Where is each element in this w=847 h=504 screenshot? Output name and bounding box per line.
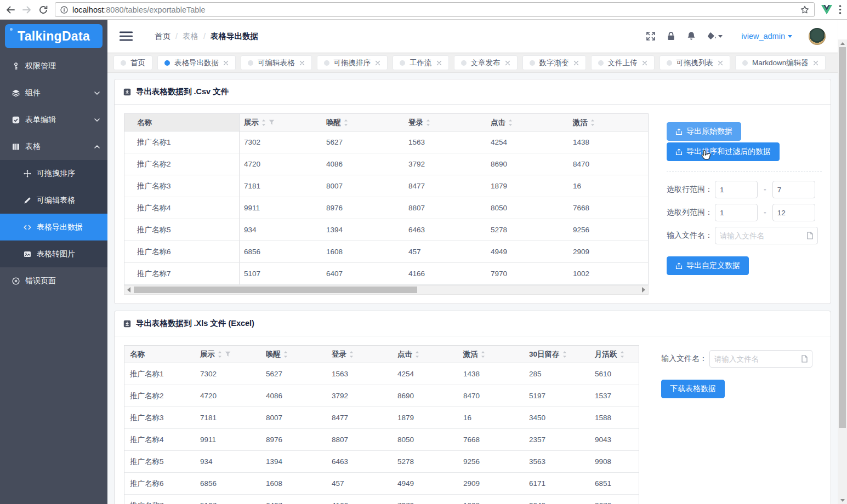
hamburger-menu-icon[interactable] [120,31,133,41]
scroll-left-icon[interactable] [124,285,133,294]
sidebar-item-权限管理[interactable]: 权限管理 [0,53,107,79]
col-range-from-input[interactable] [715,204,758,221]
avatar[interactable] [809,28,826,45]
sidebar-item-可拖拽排序[interactable]: 可拖拽排序 [0,160,107,187]
tab-可拖拽列表[interactable]: 可拖拽列表 [660,55,731,70]
table-cell: 7181 [240,175,322,197]
sort-icon[interactable] [283,351,288,358]
breadcrumb-item[interactable]: 首页 [155,31,170,42]
export-sorted-filtered-button[interactable]: 导出排序和过滤后的数据 [667,142,780,161]
filter-funnel-icon[interactable] [225,351,231,357]
table-cell: 4720 [196,385,262,407]
xls-filename-input[interactable] [709,350,812,368]
tab-表格导出数据[interactable]: 表格导出数据 [157,55,236,70]
tab-Markdown编辑器[interactable]: Markdown编辑器 [735,55,826,70]
table-cell: 8807 [404,197,486,219]
csv-filename-input[interactable] [715,227,818,244]
tab-close-icon[interactable] [505,60,510,66]
table-cell: 推广名称4 [124,197,240,219]
filter-funnel-icon[interactable] [269,119,275,125]
tab-文件上传[interactable]: 文件上传 [591,55,655,70]
vue-devtools-icon[interactable] [821,4,832,15]
user-dropdown[interactable]: iview_admin [741,32,793,41]
scroll-right-icon[interactable] [639,285,648,294]
row-range-to-input[interactable] [772,181,815,198]
tab-可编辑表格[interactable]: 可编辑表格 [241,55,312,70]
export-custom-button[interactable]: 导出自定义数据 [667,256,749,275]
row-range-from-input[interactable] [715,181,758,198]
sidebar-item-表格导出数据[interactable]: 表格导出数据 [0,214,107,240]
tab-close-icon[interactable] [813,60,818,66]
tab-可拖拽排序[interactable]: 可拖拽排序 [317,55,388,70]
col-range-to-input[interactable] [772,204,815,221]
page-vertical-scrollbar[interactable] [838,39,847,504]
sidebar-item-表格[interactable]: 表格 [0,133,107,160]
table-cell: 推广名称5 [124,451,196,473]
sort-icon[interactable] [590,119,595,126]
sort-icon[interactable] [218,351,222,358]
tab-首页[interactable]: 首页 [113,55,152,70]
notification-bell-icon[interactable] [686,31,696,41]
sort-icon[interactable] [508,119,513,126]
sidebar-item-组件[interactable]: 组件 [0,79,107,106]
table-cell: 推广名称5 [124,219,240,241]
sort-icon[interactable] [344,119,348,126]
lock-icon[interactable] [666,31,676,41]
breadcrumb-item[interactable]: 表格 [183,31,198,42]
tab-close-icon[interactable] [375,60,380,66]
address-bar[interactable]: localhost:8080/tables/exportableTable [55,2,815,17]
sort-icon[interactable] [415,351,419,358]
sort-icon[interactable] [562,351,567,358]
table-icon [12,143,20,151]
sidebar-item-表单编辑[interactable]: 表单编辑 [0,106,107,133]
scrollbar-track[interactable] [838,47,847,496]
column-header-激活: 激活 [569,114,648,131]
scrollbar-track[interactable] [133,285,639,294]
csv-table-horizontal-scrollbar[interactable] [124,285,649,295]
checkbox-icon [12,116,20,124]
browser-menu-icon[interactable] [839,5,842,14]
tab-close-icon[interactable] [642,60,647,66]
csv-card-title-text: 导出表格数据到 .Csv 文件 [136,87,229,97]
scroll-up-icon[interactable] [838,39,847,47]
sidebar-item-表格转图片[interactable]: 表格转图片 [0,240,107,267]
sort-icon[interactable] [262,119,266,126]
tab-数字渐变[interactable]: 数字渐变 [522,55,586,70]
scrollbar-thumb[interactable] [134,287,417,293]
column-header-唤醒: 唤醒 [322,114,404,131]
sort-icon[interactable] [349,351,354,358]
info-icon[interactable] [60,6,68,14]
tab-bar: 首页表格导出数据可编辑表格可拖拽排序工作流文章发布数字渐变文件上传可拖拽列表Ma… [107,53,838,73]
tab-close-icon[interactable] [718,60,723,66]
export-custom-label: 导出自定义数据 [686,261,740,271]
sort-icon[interactable] [620,351,624,358]
scroll-down-icon[interactable] [838,496,847,504]
tab-close-icon[interactable] [573,60,579,66]
sidebar-item-错误页面[interactable]: 错误页面 [0,267,107,294]
scrollbar-thumb[interactable] [839,47,846,428]
tab-文章发布[interactable]: 文章发布 [454,55,518,70]
table-cell: 1879 [393,407,459,429]
sort-icon[interactable] [426,119,430,126]
download-table-button[interactable]: 下载表格数据 [661,380,725,398]
tab-close-icon[interactable] [299,60,305,66]
bookmark-star-icon[interactable] [800,5,809,14]
tab-close-icon[interactable] [223,60,229,66]
row-range-row: 选取行范围： - [667,181,815,198]
sidebar-item-可编辑表格[interactable]: 可编辑表格 [0,187,107,214]
refresh-icon[interactable] [38,5,48,15]
fullscreen-icon[interactable] [646,31,656,41]
xls-table: 名称展示唤醒登录点击激活30日留存月活跃推广名称1730256271563425… [124,345,639,504]
table-cell: 推广名称1 [124,131,240,153]
sort-icon[interactable] [481,351,485,358]
talkingdata-logo[interactable]: TalkingData [5,24,103,48]
table-cell: 8807 [327,429,393,451]
tab-close-icon[interactable] [436,60,442,66]
theme-switcher[interactable] [707,31,723,41]
url-text[interactable]: localhost:8080/tables/exportableTable [72,5,796,15]
tab-工作流[interactable]: 工作流 [393,55,449,70]
forward-icon[interactable] [22,5,32,15]
back-icon[interactable] [5,5,15,15]
app-window: TalkingData 权限管理组件表单编辑表格可拖拽排序可编辑表格表格导出数据… [0,20,847,504]
export-raw-button[interactable]: 导出原始数据 [667,122,741,141]
